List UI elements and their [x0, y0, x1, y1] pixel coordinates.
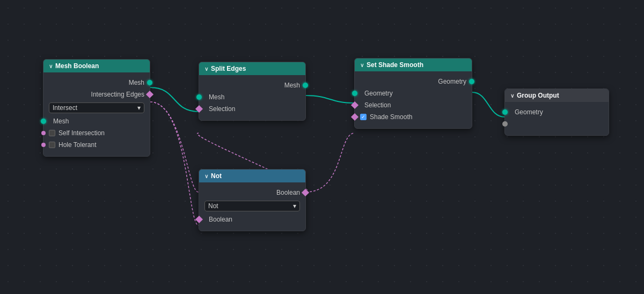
- self-intersection-label: Self Intersection: [58, 129, 105, 137]
- split-edges-mesh-output: Mesh: [199, 79, 305, 91]
- dropdown-chevron-icon: ▾: [137, 104, 141, 112]
- shade-smooth-selection-label: Selection: [360, 101, 391, 109]
- hole-tolerant-row: Hole Tolerant: [43, 139, 150, 151]
- split-edges-title: Split Edges: [211, 65, 246, 72]
- group-output-title: Group Output: [517, 92, 559, 99]
- mesh-output-socket[interactable]: [147, 80, 152, 85]
- mesh-output-label: Mesh: [129, 79, 144, 86]
- split-edges-mesh-in-socket[interactable]: [196, 94, 202, 100]
- not-body: Boolean Not ▾ Boolean: [199, 182, 305, 231]
- shade-smooth-bool-socket[interactable]: [351, 113, 358, 121]
- intersecting-edges-label: Intersecting Edges: [91, 91, 144, 98]
- shade-smooth-geo-out-socket[interactable]: [469, 79, 474, 84]
- hole-tolerant-socket[interactable]: [41, 143, 46, 147]
- shade-smooth-checkbox-row: ✓ Shade Smooth: [355, 111, 472, 123]
- mesh-boolean-header: ∨ Mesh Boolean: [43, 60, 150, 72]
- not-boolean-in-label: Boolean: [204, 216, 232, 223]
- mesh-boolean-mesh-input: Mesh: [43, 115, 150, 127]
- split-edges-selection-label: Selection: [204, 105, 235, 113]
- hole-tolerant-checkbox[interactable]: [49, 142, 55, 148]
- mesh-boolean-title: Mesh Boolean: [55, 62, 99, 70]
- set-shade-smooth-header: ∨ Set Shade Smooth: [355, 58, 472, 71]
- shade-smooth-selection-input: Selection: [355, 99, 472, 111]
- not-dropdown-chevron-icon: ▾: [293, 202, 296, 210]
- group-output-geo-label: Geometry: [510, 108, 543, 116]
- split-edges-mesh-out-label: Mesh: [284, 82, 300, 89]
- split-edges-selection-input: Selection: [199, 103, 305, 115]
- group-output-chevron-icon: ∨: [510, 93, 514, 99]
- self-intersection-socket[interactable]: [41, 131, 46, 135]
- hole-tolerant-label: Hole Tolerant: [58, 141, 97, 149]
- shade-smooth-geo-input: Geometry: [355, 87, 472, 99]
- not-dropdown[interactable]: Not ▾: [204, 201, 300, 211]
- mesh-boolean-node: ∨ Mesh Boolean Mesh Intersecting Edges I…: [43, 59, 150, 157]
- shade-smooth-geo-in-label: Geometry: [360, 90, 393, 97]
- split-edges-mesh-in-label: Mesh: [204, 93, 224, 101]
- not-node: ∨ Not Boolean Not ▾ Boolean: [199, 169, 306, 231]
- mesh-boolean-mesh-output: Mesh: [43, 77, 150, 89]
- not-boolean-output: Boolean: [199, 187, 305, 199]
- mesh-boolean-intersecting-output: Intersecting Edges: [43, 89, 150, 100]
- not-chevron-icon: ∨: [204, 173, 208, 179]
- mesh-input-label: Mesh: [49, 117, 69, 125]
- not-header: ∨ Not: [199, 170, 305, 182]
- shade-smooth-geo-in-socket[interactable]: [352, 91, 357, 96]
- set-shade-smooth-node: ∨ Set Shade Smooth Geometry Geometry Sel…: [354, 58, 472, 129]
- group-output-extra-socket[interactable]: [502, 121, 508, 127]
- split-edges-mesh-input: Mesh: [199, 91, 305, 103]
- not-dropdown-value: Not: [208, 202, 218, 210]
- split-edges-header: ∨ Split Edges: [199, 62, 305, 75]
- not-boolean-out-socket[interactable]: [302, 189, 309, 196]
- mesh-input-socket[interactable]: [41, 119, 46, 124]
- shade-smooth-label: Shade Smooth: [370, 113, 412, 121]
- mesh-boolean-body: Mesh Intersecting Edges Intersect ▾ Mesh…: [43, 72, 150, 156]
- chevron-icon: ∨: [49, 63, 53, 69]
- not-boolean-out-label: Boolean: [276, 189, 300, 196]
- group-output-extra-input: [505, 118, 609, 130]
- group-output-body: Geometry: [505, 102, 609, 135]
- set-shade-smooth-title: Set Shade Smooth: [367, 61, 423, 69]
- shade-smooth-geo-output: Geometry: [355, 76, 472, 87]
- group-output-geo-socket[interactable]: [502, 109, 508, 115]
- shade-smooth-chevron-icon: ∨: [360, 62, 364, 68]
- split-edges-chevron-icon: ∨: [204, 66, 208, 72]
- group-output-geo-input: Geometry: [505, 106, 609, 118]
- intersecting-edges-socket[interactable]: [146, 91, 153, 98]
- not-boolean-in-socket[interactable]: [195, 216, 203, 223]
- split-edges-node: ∨ Split Edges Mesh Mesh Selection: [199, 62, 306, 121]
- shade-smooth-selection-socket[interactable]: [351, 101, 358, 109]
- split-edges-selection-socket[interactable]: [195, 105, 203, 113]
- shade-smooth-checkbox[interactable]: ✓: [360, 114, 367, 120]
- group-output-header: ∨ Group Output: [505, 89, 609, 102]
- group-output-node: ∨ Group Output Geometry: [504, 89, 609, 136]
- mesh-boolean-dropdown[interactable]: Intersect ▾: [49, 102, 144, 113]
- self-intersection-row: Self Intersection: [43, 127, 150, 139]
- dropdown-value: Intersect: [53, 104, 77, 112]
- split-edges-body: Mesh Mesh Selection: [199, 75, 305, 120]
- split-edges-mesh-out-socket[interactable]: [303, 83, 308, 88]
- not-boolean-input: Boolean: [199, 214, 305, 225]
- shade-smooth-geo-out-label: Geometry: [438, 78, 466, 85]
- self-intersection-checkbox[interactable]: [49, 130, 55, 136]
- set-shade-smooth-body: Geometry Geometry Selection ✓ Shade Smoo…: [355, 71, 472, 128]
- not-title: Not: [211, 172, 222, 180]
